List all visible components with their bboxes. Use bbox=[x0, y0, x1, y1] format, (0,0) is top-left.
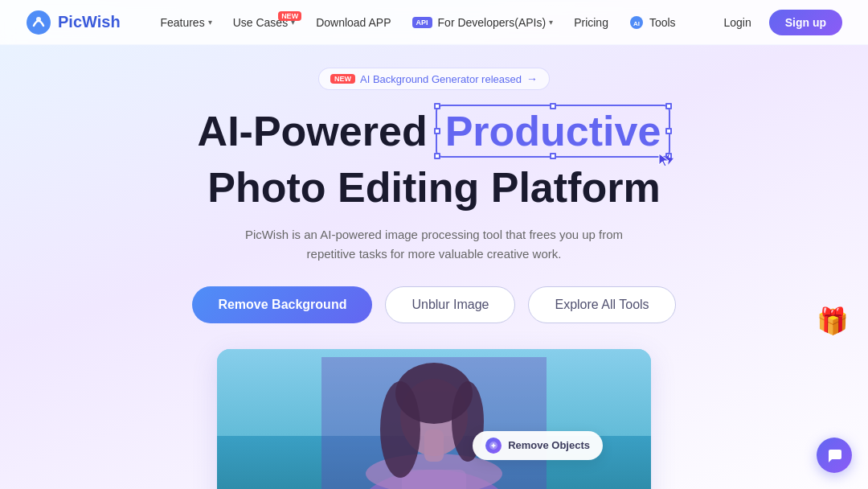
ai-icon: AI bbox=[629, 15, 644, 30]
svg-point-1 bbox=[36, 17, 41, 22]
remove-background-button[interactable]: Remove Background bbox=[192, 286, 372, 323]
resize-handle-tm[interactable] bbox=[550, 103, 556, 109]
developers-chevron-icon: ▾ bbox=[549, 18, 553, 27]
hero-title-highlight-box: Productive bbox=[436, 105, 671, 158]
main-content: NEW AI Background Generator released → A… bbox=[0, 45, 868, 489]
chat-icon bbox=[825, 446, 843, 464]
chat-button[interactable] bbox=[817, 438, 852, 473]
gift-emoji: 🎁 bbox=[817, 306, 849, 335]
nav-tools[interactable]: AI Tools bbox=[621, 10, 684, 35]
gift-button[interactable]: 🎁 bbox=[817, 306, 855, 344]
signup-button[interactable]: Sign up bbox=[769, 10, 842, 35]
explore-tools-button[interactable]: Explore All Tools bbox=[528, 286, 675, 323]
nav-download[interactable]: Download APP bbox=[308, 11, 399, 34]
hero-title-suffix: Photo Editing Platform bbox=[207, 164, 660, 212]
resize-handle-br[interactable] bbox=[665, 153, 672, 159]
announcement-text: AI Background Generator released bbox=[360, 73, 522, 85]
resize-handle-bm[interactable] bbox=[550, 153, 556, 159]
hero-title: AI-Powered Productive Photo Editi bbox=[0, 108, 868, 212]
remove-objects-badge[interactable]: Remove Objects bbox=[473, 431, 603, 460]
announcement-badge: NEW bbox=[330, 74, 355, 84]
navbar: PicWish Features ▾ Use Cases ▾ NEW Downl… bbox=[0, 0, 868, 45]
cta-buttons: Remove Background Unblur Image Explore A… bbox=[192, 286, 675, 323]
logo-text: PicWish bbox=[58, 13, 121, 31]
picwish-logo-icon bbox=[26, 10, 51, 35]
unblur-image-button[interactable]: Unblur Image bbox=[385, 286, 515, 323]
resize-handle-ml[interactable] bbox=[434, 128, 440, 134]
hero-title-prefix: AI-Powered bbox=[198, 108, 428, 156]
api-badge: API bbox=[412, 17, 432, 28]
nav-pricing[interactable]: Pricing bbox=[566, 11, 616, 34]
nav-features[interactable]: Features ▾ bbox=[152, 11, 219, 34]
resize-handle-mr[interactable] bbox=[665, 128, 672, 134]
svg-point-0 bbox=[27, 10, 51, 35]
nav-developers[interactable]: API For Developers(APIs) ▾ bbox=[404, 11, 562, 34]
nav-links: Features ▾ Use Cases ▾ NEW Download APP … bbox=[152, 10, 683, 35]
resize-handle-tl[interactable] bbox=[434, 103, 440, 109]
remove-objects-icon bbox=[485, 438, 502, 454]
login-button[interactable]: Login bbox=[715, 11, 759, 34]
hero-title-highlight-text: Productive bbox=[445, 108, 661, 154]
hero-demo-image: Remove Objects bbox=[217, 349, 651, 489]
announcement-arrow-icon: → bbox=[526, 72, 538, 85]
new-badge: NEW bbox=[278, 11, 301, 21]
hero-subtitle: PicWish is an AI-powered image processin… bbox=[233, 225, 635, 264]
logo[interactable]: PicWish bbox=[26, 10, 121, 35]
hero-title-highlighted: Productive bbox=[436, 108, 671, 156]
resize-handle-bl[interactable] bbox=[434, 153, 440, 159]
remove-objects-label: Remove Objects bbox=[508, 439, 590, 451]
resize-handle-tr[interactable] bbox=[665, 103, 672, 109]
svg-text:AI: AI bbox=[633, 20, 640, 27]
nav-actions: Login Sign up bbox=[715, 10, 842, 35]
announcement-banner[interactable]: NEW AI Background Generator released → bbox=[318, 68, 550, 90]
nav-use-cases[interactable]: Use Cases ▾ NEW bbox=[225, 11, 303, 34]
svg-rect-12 bbox=[321, 357, 547, 489]
demo-woman-figure bbox=[321, 357, 547, 489]
features-chevron-icon: ▾ bbox=[208, 18, 212, 27]
